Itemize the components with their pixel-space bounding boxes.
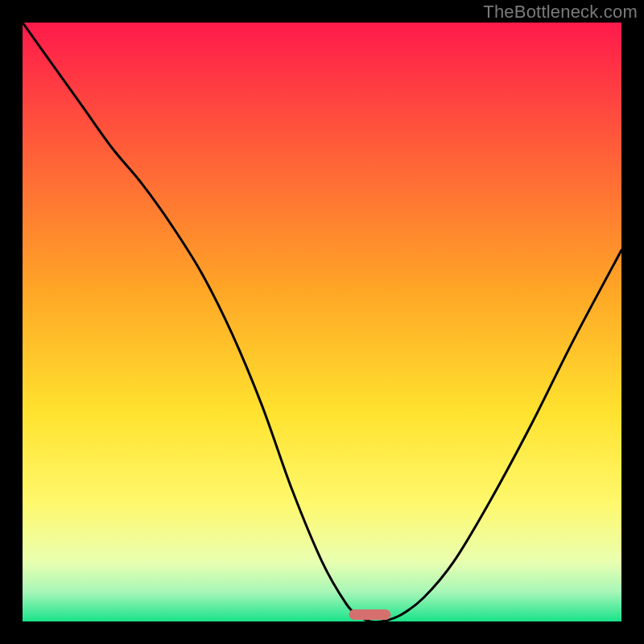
chart-gradient-bg (23, 23, 621, 621)
watermark-text: TheBottleneck.com (483, 2, 638, 23)
chart-frame: TheBottleneck.com (0, 0, 644, 644)
optimal-range-marker (349, 609, 390, 620)
bottleneck-chart (0, 0, 644, 644)
